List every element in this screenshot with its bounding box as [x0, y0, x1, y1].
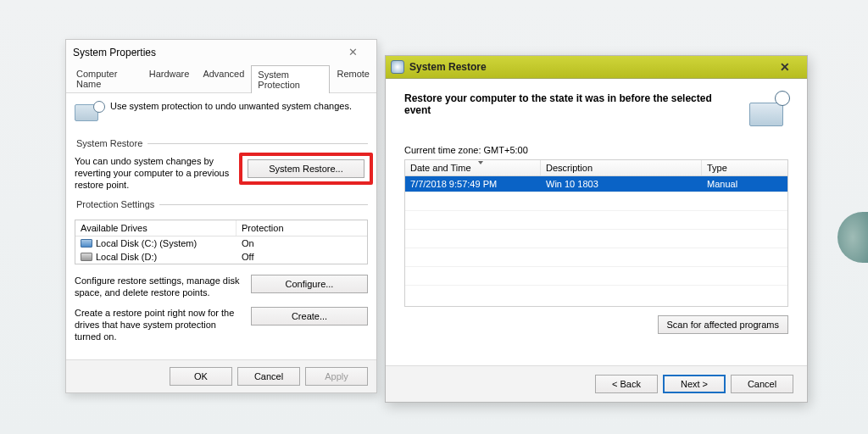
restore-point-row[interactable]: 7/7/2018 9:57:49 PM Win 10 1803 Manual	[405, 176, 787, 192]
cell-type: Manual	[702, 178, 787, 190]
group-system-restore: System Restore You can undo system chang…	[75, 138, 368, 191]
create-description: Create a restore point right now for the…	[75, 307, 244, 342]
col-protection: Protection	[236, 220, 289, 236]
apply-button: Apply	[305, 367, 368, 386]
cell-datetime: 7/7/2018 9:57:49 PM	[405, 178, 541, 190]
system-restore-button[interactable]: System Restore...	[248, 159, 364, 178]
wizard-heading: Restore your computer to the state it wa…	[404, 92, 741, 116]
tab-system-protection[interactable]: System Protection	[251, 65, 330, 93]
tab-computer-name[interactable]: Computer Name	[70, 64, 142, 92]
cancel-button[interactable]: Cancel	[237, 367, 300, 386]
drive-row[interactable]: Local Disk (D:) Off	[75, 250, 367, 264]
wizard-footer: < Back Next > Cancel	[386, 365, 807, 402]
restore-description: You can undo system changes by reverting…	[75, 155, 232, 191]
disk-icon	[81, 253, 92, 261]
restore-icon	[391, 60, 404, 74]
window-title: System Restore	[409, 61, 763, 73]
drives-list[interactable]: Available Drives Protection Local Disk (…	[75, 220, 368, 264]
titlebar[interactable]: System Restore ✕	[386, 56, 807, 79]
back-button[interactable]: < Back	[595, 375, 658, 393]
drive-protection: Off	[242, 252, 253, 262]
next-button[interactable]: Next >	[663, 375, 726, 393]
drive-row[interactable]: Local Disk (C:) (System) On	[75, 236, 367, 250]
col-description[interactable]: Description	[541, 160, 702, 175]
titlebar[interactable]: System Properties ✕	[66, 40, 376, 64]
window-title: System Properties	[73, 47, 336, 58]
create-button[interactable]: Create...	[251, 307, 368, 326]
timezone-label: Current time zone: GMT+5:00	[404, 145, 788, 155]
intro-text: Use system protection to undo unwanted s…	[110, 101, 352, 111]
sort-descending-icon	[478, 161, 483, 164]
partial-hand-graphic	[837, 212, 868, 263]
col-available-drives: Available Drives	[75, 220, 236, 236]
close-icon[interactable]: ✕	[336, 46, 370, 58]
group-protection-settings: Protection Settings Available Drives Pro…	[75, 199, 368, 342]
system-properties-dialog: System Properties ✕ Computer Name Hardwa…	[65, 39, 377, 393]
system-restore-wizard: System Restore ✕ Restore your computer t…	[385, 55, 808, 403]
legend-system-restore: System Restore	[75, 138, 147, 148]
close-icon[interactable]: ✕	[768, 60, 802, 74]
system-restore-icon	[749, 92, 788, 126]
tab-strip: Computer Name Hardware Advanced System P…	[66, 64, 376, 93]
drive-name: Local Disk (D:)	[96, 252, 157, 262]
drive-protection: On	[242, 238, 254, 248]
cancel-button[interactable]: Cancel	[731, 375, 793, 393]
highlight-annotation: System Restore...	[239, 153, 373, 185]
drive-name: Local Disk (C:) (System)	[96, 238, 197, 248]
system-protection-icon	[75, 101, 103, 130]
cell-description: Win 10 1803	[541, 178, 702, 190]
legend-protection-settings: Protection Settings	[75, 199, 159, 209]
configure-button[interactable]: Configure...	[251, 275, 368, 293]
tab-advanced[interactable]: Advanced	[196, 64, 251, 92]
dialog-footer: OK Cancel Apply	[66, 359, 376, 392]
col-date-time[interactable]: Date and Time	[405, 160, 541, 175]
restore-points-table[interactable]: Date and Time Description Type 7/7/2018 …	[404, 159, 788, 307]
tab-remote[interactable]: Remote	[330, 64, 376, 92]
disk-icon	[81, 239, 92, 248]
tab-hardware[interactable]: Hardware	[142, 64, 197, 92]
ok-button[interactable]: OK	[170, 367, 232, 386]
scan-affected-button[interactable]: Scan for affected programs	[658, 315, 788, 334]
configure-description: Configure restore settings, manage disk …	[75, 275, 244, 298]
col-type[interactable]: Type	[702, 160, 787, 175]
